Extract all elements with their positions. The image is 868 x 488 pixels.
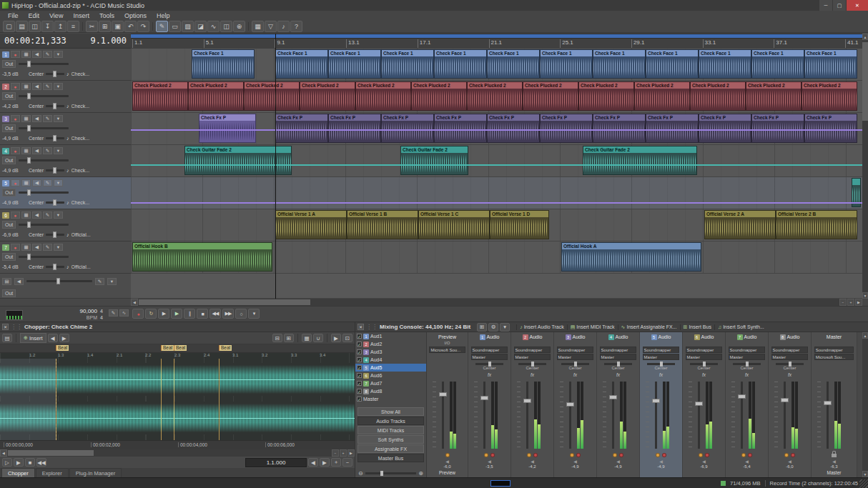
multipurpose-slider-icon[interactable]: ▦ [21, 115, 31, 122]
track-dropdown-icon[interactable]: ▾ [54, 51, 63, 58]
mute-speaker-icon[interactable]: ◀ [32, 51, 41, 58]
strip-fx-icon[interactable]: fx [573, 372, 577, 379]
paint-tool-icon[interactable]: ▨ [182, 21, 194, 32]
routing-select[interactable]: Soundmapper [771, 347, 809, 353]
meter-options-icon[interactable]: ◀ [702, 459, 706, 464]
audio-clip[interactable]: Check Guitar Fade 2 [400, 146, 468, 175]
routing-select[interactable]: Microsoft Sou... [814, 354, 854, 360]
track-lane-5[interactable] [131, 177, 862, 209]
mixer-zoom-in-icon[interactable]: ⊕ [418, 470, 423, 477]
selection-shrink-icon[interactable]: − [342, 458, 352, 467]
audio-clip[interactable]: Check Plucked 2 [467, 81, 523, 111]
meter-options-icon[interactable]: ◀ [445, 459, 449, 464]
mixer-zoom-out-icon[interactable]: ⊖ [358, 470, 363, 477]
output-level-meter-icon[interactable] [6, 310, 23, 320]
mute-speaker-icon[interactable]: ◀ [32, 115, 41, 122]
track-volume-slider[interactable] [19, 256, 69, 258]
mixer-settings-icon[interactable]: ⚙ [488, 323, 498, 332]
audio-clip[interactable]: Check Fx P [751, 114, 804, 143]
bpm-value[interactable]: 90,000 [41, 308, 97, 314]
loop-region-button[interactable]: ○ [235, 309, 247, 319]
undo-icon[interactable]: ↶ [124, 21, 137, 32]
strip-pan-slider[interactable] [561, 363, 589, 365]
audio-clip[interactable]: Check Plucked 2 [578, 81, 634, 111]
audio-clip[interactable]: Check Face 1 [540, 49, 593, 79]
channel-list-item-aud5[interactable]: ✓5Aud5 [355, 364, 426, 372]
mixer-strip-aud6[interactable]: 6AudioSoundmapperMasterCenterfx◀-6,9 [683, 332, 726, 477]
audio-clip[interactable]: Check Face 1 [192, 49, 255, 79]
menu-options[interactable]: Options [119, 12, 152, 19]
routing-select[interactable]: Master [643, 354, 680, 360]
audio-clip[interactable]: Official Verse 1 A [275, 210, 347, 239]
transport-options-dropdown[interactable]: ▾ [248, 309, 260, 319]
mixer-zoom-slider[interactable] [365, 472, 417, 474]
channel-list-item-aud6[interactable]: ✓6Aud6 [355, 372, 426, 379]
mixer-scroll-down-button[interactable]: ▼ [862, 471, 868, 477]
chopper-position-display[interactable]: 1.1.000 [245, 458, 307, 467]
mute-speaker-icon[interactable]: ◀ [32, 211, 41, 219]
track-header-5[interactable]: 5●▦◀✎▾Out-4,9 dBCenter♪Check... [0, 177, 131, 209]
strip-pan-slider[interactable] [518, 363, 546, 365]
audio-clip[interactable]: Check Plucked 2 [690, 81, 746, 111]
fader-handle[interactable] [738, 394, 746, 399]
routing-select[interactable]: Soundmapper [471, 347, 508, 353]
mixer-strip-aud1[interactable]: 1AudioSoundmapperMasterCenterfx◀-3,5 [468, 332, 511, 477]
zoom-in-button[interactable]: + [847, 299, 854, 306]
track-fx-icon[interactable]: ✎ [43, 211, 52, 219]
mixer-strip-aud7[interactable]: 7AudioSoundmapperMasterCenterfx◀-5,4 [726, 332, 769, 477]
audio-clip[interactable]: Official Verse 1 D [490, 210, 549, 239]
strip-pan-slider[interactable] [776, 363, 804, 365]
strip-fader[interactable] [554, 379, 596, 452]
channel-checkbox[interactable]: ✓ [357, 397, 362, 402]
routing-select[interactable]: Soundmapper [729, 347, 766, 353]
chopper-time-ruler[interactable]: 00:00:00,00000:00:02,00000:00:04,00000:0… [0, 440, 355, 449]
bus-track-lane[interactable] [131, 274, 862, 299]
track-volume-slider[interactable] [19, 159, 69, 161]
channel-list-item-master[interactable]: ✓Master [355, 395, 426, 403]
audio-clip[interactable]: Check Guitar Fade 2 [583, 146, 697, 175]
routing-select[interactable]: Soundmapper [814, 347, 854, 353]
menu-help[interactable]: Help [152, 12, 175, 19]
mute-dot[interactable] [570, 453, 574, 457]
mixer-strip-aud2[interactable]: 2AudioSoundmapperMasterCenterfx◀-4,2 [511, 332, 554, 477]
audio-clip[interactable]: Official Hook B [132, 242, 272, 272]
audio-clip[interactable]: Check Plucked 2 [188, 81, 244, 111]
record-arm-dot[interactable] [705, 453, 709, 457]
chopper-scroll-thumb[interactable] [8, 450, 94, 456]
channel-list-item-aud4[interactable]: ✓4Aud4 [355, 356, 426, 364]
strip-pan-slider[interactable] [733, 363, 761, 365]
track-volume-slider[interactable] [19, 63, 69, 65]
filter-soft-synths[interactable]: Soft Synths [357, 435, 424, 444]
mute-speaker-icon[interactable]: ◀ [32, 179, 41, 186]
routing-select[interactable]: Master [471, 354, 508, 360]
audio-clip[interactable]: Check Face 1 [328, 49, 381, 79]
fader-handle[interactable] [781, 398, 789, 402]
position-left-icon[interactable]: ◀ [308, 458, 318, 467]
strip-pan-slider[interactable] [475, 363, 503, 365]
timecode-display[interactable]: 00:00:21,333 [4, 36, 66, 46]
routing-select[interactable]: Master [686, 354, 723, 360]
bus-speaker-icon[interactable]: ◀ [14, 278, 24, 285]
insert-soft-synth-button[interactable]: ♫Insert Soft Synth... [714, 324, 764, 330]
track-lane-6[interactable]: Official Verse 1 AOfficial Verse 1 BOffi… [131, 209, 862, 241]
routing-select[interactable]: Master [514, 354, 551, 360]
record-arm-icon[interactable]: ● [11, 83, 20, 90]
fader-handle[interactable] [439, 392, 447, 397]
selection-grow-icon[interactable]: ＋ [331, 458, 341, 467]
groove-pool-icon[interactable]: ∿ [119, 309, 129, 317]
audio-clip[interactable]: Check Plucked 2 [244, 81, 300, 111]
pause-button[interactable]: ∥ [184, 309, 195, 319]
record-arm-icon[interactable]: ● [11, 211, 20, 219]
track-lane-4[interactable]: Check Guitar Fade 2Check Guitar Fade 2Ch… [131, 145, 862, 177]
meter-options-icon[interactable]: ◀ [573, 459, 577, 464]
fader-handle[interactable] [566, 402, 574, 407]
mixer-dropdown-icon[interactable]: ▾ [500, 323, 510, 332]
track-volume-slider[interactable] [19, 127, 69, 129]
help-icon[interactable]: ? [290, 21, 302, 32]
menu-edit[interactable]: Edit [24, 12, 45, 19]
go-to-start-button[interactable]: ◀◀ [209, 309, 221, 319]
track-name[interactable]: Official... [71, 264, 91, 269]
automation-envelope-line[interactable] [131, 164, 862, 166]
track-name[interactable]: Check... [71, 168, 90, 173]
record-arm-icon[interactable]: ● [11, 115, 20, 122]
